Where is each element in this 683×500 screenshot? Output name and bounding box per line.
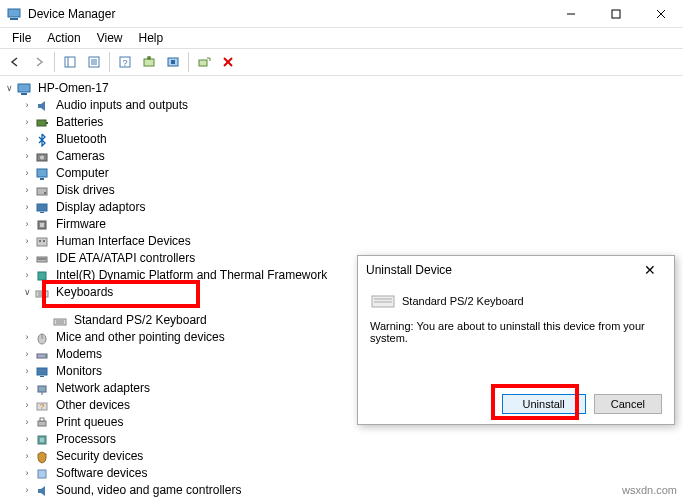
expander-icon[interactable]: › [20,165,34,182]
dialog-close-button[interactable]: ✕ [634,258,666,282]
keyboard-icon [34,285,50,301]
tree-item-label: Standard PS/2 Keyboard [72,312,209,329]
tree-item[interactable]: ›Display adaptors [2,199,681,216]
scan-hardware-button[interactable] [162,51,184,73]
menu-view[interactable]: View [89,29,131,47]
expander-icon[interactable]: › [20,97,34,114]
dialog-body: Standard PS/2 Keyboard Warning: You are … [358,284,674,352]
toolbar-separator [109,52,110,72]
update-driver-button[interactable] [138,51,160,73]
uninstall-confirm-button[interactable]: Uninstall [502,394,586,414]
dialog-title: Uninstall Device [366,263,634,277]
dialog-warning: Warning: You are about to uninstall this… [370,320,662,344]
tree-item[interactable]: ›Batteries [2,114,681,131]
svg-rect-31 [37,204,47,211]
svg-rect-40 [38,272,46,280]
cancel-button[interactable]: Cancel [594,394,662,414]
bluetooth-icon [34,132,50,148]
svg-rect-21 [18,84,30,92]
uninstall-button[interactable] [217,51,239,73]
svg-rect-60 [40,438,44,442]
tree-item[interactable]: ›Disk drives [2,182,681,199]
svg-point-30 [44,192,46,194]
uninstall-dialog: Uninstall Device ✕ Standard PS/2 Keyboar… [357,255,675,425]
expander-icon[interactable]: › [20,148,34,165]
menu-help[interactable]: Help [131,29,172,47]
tree-item[interactable]: ›Cameras [2,148,681,165]
expander-icon[interactable]: › [20,267,34,284]
svg-rect-1 [10,18,18,20]
audio-icon [34,98,50,114]
keyboard-icon [370,292,396,310]
tree-item[interactable]: ›Processors [2,431,681,448]
tree-item[interactable]: ›Software devices [2,465,681,482]
svg-rect-32 [40,212,44,213]
tree-item[interactable]: ›Computer [2,165,681,182]
menu-file[interactable]: File [4,29,39,47]
display-icon [34,200,50,216]
tree-item[interactable]: ›Bluetooth [2,131,681,148]
tree-item[interactable]: ›Human Interface Devices [2,233,681,250]
expander-icon[interactable]: › [20,216,34,233]
back-button[interactable] [4,51,26,73]
expander-icon[interactable]: › [20,397,34,414]
security-icon [34,449,50,465]
toolbar-separator [54,52,55,72]
expander-icon[interactable]: › [20,380,34,397]
expander-icon[interactable]: › [20,329,34,346]
menu-bar: File Action View Help [0,28,683,48]
expander-icon[interactable]: › [20,131,34,148]
svg-rect-0 [8,9,20,17]
battery-icon [34,115,50,131]
svg-rect-53 [38,386,46,392]
properties-button[interactable] [83,51,105,73]
expander-icon[interactable]: › [20,448,34,465]
svg-rect-44 [54,319,66,325]
expander-icon[interactable]: › [20,250,34,267]
tree-item[interactable]: ›Firmware [2,216,681,233]
processor-icon [34,432,50,448]
forward-button[interactable] [28,51,50,73]
expander-icon[interactable]: › [20,346,34,363]
tree-item-label: Monitors [54,363,104,380]
expander-icon[interactable]: › [20,363,34,380]
watermark: wsxdn.com [622,484,677,496]
close-button[interactable] [638,0,683,28]
toolbar-separator [188,52,189,72]
expander-icon[interactable]: › [20,465,34,482]
expander-icon[interactable]: › [20,199,34,216]
tree-item-label: Display adaptors [54,199,147,216]
svg-text:?: ? [122,58,127,68]
expander-icon[interactable]: › [20,431,34,448]
tree-root-label: HP-Omen-17 [36,80,111,97]
expander-icon[interactable]: ∨ [2,80,16,97]
camera-icon [34,149,50,165]
show-hide-tree-button[interactable] [59,51,81,73]
svg-rect-51 [37,368,47,375]
monitor-icon [34,364,50,380]
expander-icon[interactable]: › [20,482,34,499]
tree-root[interactable]: ∨ HP-Omen-17 [2,80,681,97]
minimize-button[interactable] [548,0,593,28]
firmware-icon [34,217,50,233]
tree-item-label: Software devices [54,465,149,482]
menu-action[interactable]: Action [39,29,88,47]
tree-item-label: Processors [54,431,118,448]
expander-icon[interactable]: › [20,414,34,431]
hid-icon [34,234,50,250]
maximize-button[interactable] [593,0,638,28]
tree-item[interactable]: ›Security devices [2,448,681,465]
add-hardware-button[interactable] [193,51,215,73]
svg-rect-22 [21,93,27,95]
help-button[interactable]: ? [114,51,136,73]
expander-icon[interactable]: › [20,114,34,131]
tree-item[interactable]: ›Sound, video and game controllers [2,482,681,499]
tree-item-label: Security devices [54,448,145,465]
tree-item[interactable]: ›Audio inputs and outputs [2,97,681,114]
network-icon [34,381,50,397]
expander-icon[interactable]: ∨ [20,284,34,301]
expander-icon[interactable]: › [20,233,34,250]
dialog-titlebar: Uninstall Device ✕ [358,256,674,284]
expander-icon[interactable]: › [20,182,34,199]
dialog-device-name: Standard PS/2 Keyboard [402,295,524,307]
